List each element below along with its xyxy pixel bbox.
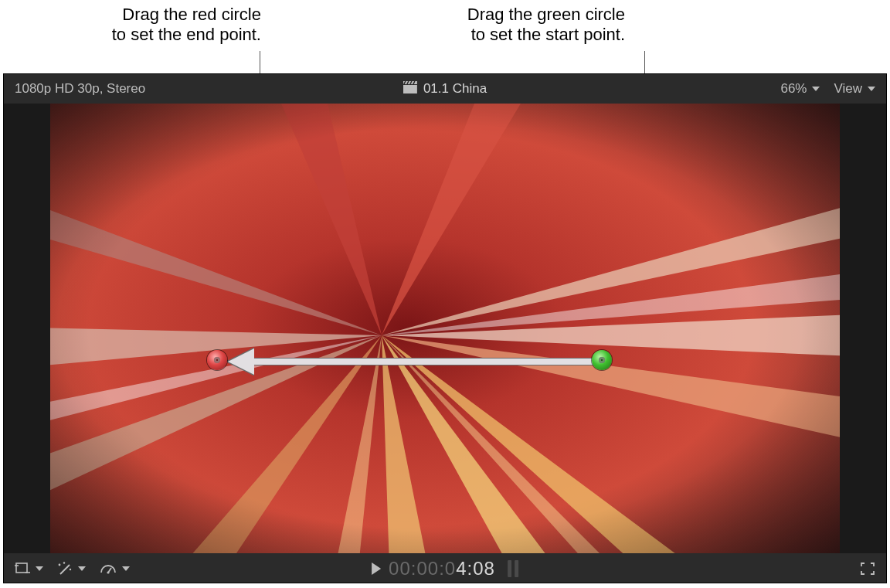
chevron-down-icon — [122, 566, 130, 571]
audio-meter — [508, 560, 518, 577]
svg-line-27 — [60, 565, 70, 574]
format-label: 1080p HD 30p, Stereo — [15, 81, 145, 97]
annotation-callouts: Drag the red circle to set the end point… — [0, 0, 890, 70]
zoom-value: 66% — [780, 81, 807, 97]
viewer-toolbar: 1080p HD 30p, Stereo 01.1 China 66% — [4, 74, 886, 104]
timecode-bright: 4:08 — [456, 558, 495, 579]
svg-rect-0 — [403, 85, 417, 93]
callout-start-point: Drag the green circle to set the start p… — [393, 5, 625, 46]
chevron-down-icon — [812, 87, 820, 91]
svg-point-32 — [107, 571, 109, 573]
svg-point-28 — [59, 564, 61, 566]
callout-text: Drag the green circle — [393, 5, 625, 25]
viewer-canvas[interactable] — [4, 104, 886, 553]
chevron-down-icon — [78, 566, 86, 571]
chevron-down-icon — [868, 87, 875, 91]
clip-title-group: 01.1 China — [403, 81, 487, 97]
enhance-menu[interactable] — [57, 562, 86, 576]
zoom-menu[interactable]: 66% — [780, 81, 820, 97]
arrow-head-icon — [228, 348, 254, 375]
viewer-window: 1080p HD 30p, Stereo 01.1 China 66% — [3, 73, 887, 583]
timecode-dim: 00:00:0 — [389, 558, 456, 579]
callout-text: to set the end point. — [45, 25, 261, 45]
retime-menu[interactable] — [100, 562, 130, 576]
clip-title: 01.1 China — [423, 81, 487, 97]
svg-point-29 — [63, 562, 65, 563]
onscreen-controls — [4, 104, 886, 553]
arrow-shaft — [251, 358, 603, 365]
direction-arrow — [228, 348, 603, 373]
enhance-wand-icon — [57, 562, 73, 576]
callout-text: Drag the red circle — [45, 5, 261, 25]
clapperboard-icon — [403, 81, 417, 97]
callout-end-point: Drag the red circle to set the end point… — [45, 5, 261, 46]
crop-tool-menu[interactable] — [15, 562, 43, 576]
fullscreen-button[interactable] — [860, 562, 875, 576]
crop-tool-icon — [15, 562, 30, 576]
view-label: View — [834, 81, 862, 97]
fullscreen-icon — [860, 562, 875, 576]
play-icon[interactable] — [372, 563, 381, 575]
viewer-bottom-bar: 00:00:04:08 — [4, 553, 886, 583]
svg-rect-24 — [16, 563, 27, 573]
svg-point-30 — [70, 569, 71, 570]
transport-display: 00:00:04:08 — [372, 558, 518, 580]
callout-text: to set the start point. — [393, 25, 625, 45]
retime-speed-icon — [100, 562, 117, 576]
end-point-handle[interactable] — [207, 350, 227, 370]
start-point-handle[interactable] — [592, 350, 612, 370]
timecode[interactable]: 00:00:04:08 — [389, 558, 495, 580]
view-menu[interactable]: View — [834, 81, 875, 97]
chevron-down-icon — [36, 566, 43, 571]
